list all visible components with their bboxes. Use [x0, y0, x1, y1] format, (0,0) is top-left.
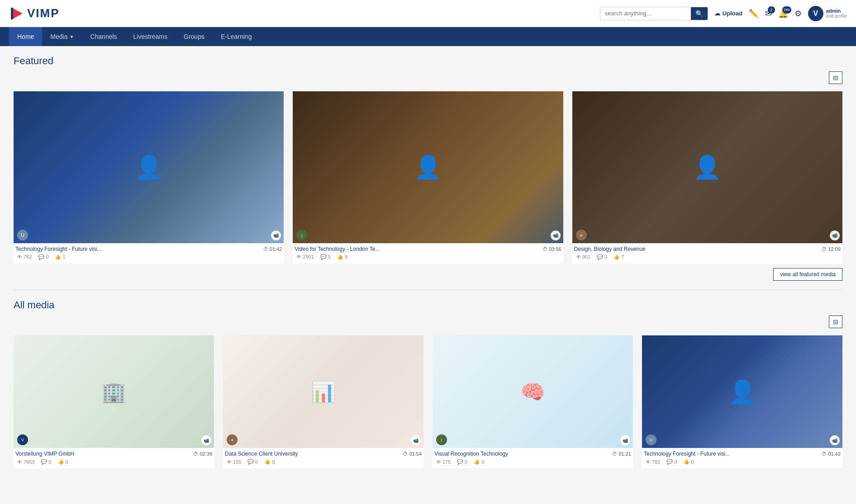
upload-icon: ☁ — [714, 10, 720, 17]
all-media-card-stats-1: 👁 155 💬 0 👍 0 — [225, 457, 422, 467]
likes-stat: 👍 9 — [337, 254, 347, 260]
featured-card-0[interactable]: 👤 U 📹 Technology Foresight - Future visi… — [14, 91, 284, 264]
nav-elearning[interactable]: E-Learning — [213, 27, 260, 46]
thumb-avatar-all-1: a — [227, 434, 238, 445]
likes-stat: 👍 0 — [58, 459, 68, 465]
thumb-image-2: 👤 — [572, 91, 842, 243]
featured-card-1[interactable]: 👤 j 📹 Video for Technology - London Te..… — [293, 91, 563, 264]
likes-stat: 👍 0 — [683, 459, 694, 465]
comments-stat: 💬 0 — [666, 459, 677, 465]
featured-card-2[interactable]: 👤 a 📹 Design, Biology and Revenue ⏱ 12:0… — [572, 91, 842, 264]
nav-media-label: Media — [50, 33, 67, 40]
nav-channels-label: Channels — [90, 33, 117, 40]
thumb-avatar-2: a — [576, 230, 587, 240]
all-media-card-title-0: Vorstellung VIMP GmbH ⏱ 02:38 — [15, 451, 212, 457]
featured-card-stats-1: 👁 2901 💬 5 👍 9 — [295, 252, 561, 263]
comments-stat: 💬 0 — [38, 254, 48, 260]
featured-filter-button[interactable]: ⊟ — [829, 71, 842, 84]
featured-thumb-2: 👤 a 📹 — [572, 91, 842, 243]
all-media-title: All media — [14, 299, 842, 311]
nav-media[interactable]: Media ▼ — [42, 27, 82, 46]
comments-stat: 💬 3 — [597, 254, 607, 260]
search-input[interactable] — [600, 7, 691, 19]
all-media-card-0[interactable]: 🏢 V 📹 Vorstellung VIMP GmbH ⏱ 02:38 👁 76… — [14, 335, 214, 468]
all-media-card-title-3: Technology Foresight - Future visi... ⏱ … — [644, 451, 841, 457]
all-media-card-stats-3: 👁 782 💬 0 👍 0 — [644, 457, 841, 467]
all-media-thumb-3: 👤 U 📹 — [642, 335, 842, 448]
featured-thumb-1: 👤 j 📹 — [293, 91, 563, 243]
comments-stat: 💬 0 — [247, 459, 258, 465]
comments-stat: 💬 0 — [41, 459, 51, 465]
settings-icon-wrapper[interactable]: ⚙ — [794, 9, 802, 19]
featured-card-info-0: Technology Foresight - Future visi... ⏱ … — [14, 243, 284, 264]
thumb-avatar-all-0: V — [17, 434, 28, 445]
svg-marker-0 — [13, 8, 23, 19]
gear-icon: ⚙ — [794, 9, 802, 19]
all-media-card-title-1: Data Science Client University ⏱ 01:54 — [225, 451, 422, 457]
featured-thumb-0: 👤 U 📹 — [14, 91, 284, 243]
upload-label: Upload — [723, 10, 742, 17]
likes-stat: 👍 7 — [613, 254, 624, 260]
notifications-icon-wrapper[interactable]: 🔔 246 — [778, 9, 788, 19]
pencil-icon: ✏️ — [749, 9, 759, 19]
header-right: 🔍 ☁ Upload ✏️ ✉ 2 🔔 246 ⚙ V admin edit p… — [600, 6, 847, 21]
nav-groups-label: Groups — [184, 33, 204, 40]
all-media-grid: 🏢 V 📹 Vorstellung VIMP GmbH ⏱ 02:38 👁 76… — [14, 335, 842, 468]
thumb-image-all-2: 🧠 — [433, 335, 633, 448]
edit-profile-link[interactable]: edit profile — [826, 14, 847, 19]
all-media-filter-button[interactable]: ⊟ — [829, 316, 842, 328]
all-media-card-title-2: Visual Recognition Technology ⏱ 01:21 — [434, 451, 631, 457]
logo-icon — [9, 5, 25, 22]
all-media-card-stats-0: 👁 7663 💬 0 👍 0 — [15, 457, 212, 467]
nav-channels[interactable]: Channels — [82, 27, 125, 46]
avatar-info: admin edit profile — [826, 8, 847, 19]
search-button[interactable]: 🔍 — [691, 7, 708, 20]
featured-card-title-2: Design, Biology and Revenue ⏱ 12:09 — [574, 246, 841, 252]
messages-badge: 2 — [768, 6, 775, 14]
thumb-image-1: 👤 — [293, 91, 563, 243]
header: VIMP 🔍 ☁ Upload ✏️ ✉ 2 🔔 246 ⚙ V admin — [0, 0, 856, 27]
video-cam-icon-all-3: 📹 — [830, 435, 840, 445]
view-all-featured-button[interactable]: view all featured media — [773, 268, 842, 281]
nav-home[interactable]: Home — [9, 27, 42, 46]
thumb-avatar-all-2: j — [436, 434, 447, 445]
notifications-badge: 246 — [782, 6, 791, 14]
likes-stat: 👍 0 — [474, 459, 484, 465]
comments-stat: 💬 0 — [457, 459, 467, 465]
all-media-card-2[interactable]: 🧠 j 📹 Visual Recognition Technology ⏱ 01… — [433, 335, 633, 468]
nav-livestreams[interactable]: Livestreams — [125, 27, 176, 46]
all-media-card-stats-2: 👁 175 💬 0 👍 0 — [434, 457, 631, 467]
all-media-card-1[interactable]: 📊 a 📹 Data Science Client University ⏱ 0… — [223, 335, 423, 468]
views-stat: 👁 155 — [227, 459, 241, 465]
video-cam-icon-all-1: 📹 — [411, 435, 421, 445]
edit-icon[interactable]: ✏️ — [749, 9, 759, 19]
messages-icon-wrapper[interactable]: ✉ 2 — [765, 9, 772, 19]
all-media-section: All media ⊟ 🏢 V 📹 Vorstellung VIMP GmbH … — [14, 299, 842, 468]
all-media-card-info-3: Technology Foresight - Future visi... ⏱ … — [642, 448, 842, 468]
nav-groups[interactable]: Groups — [176, 27, 213, 46]
chevron-down-icon: ▼ — [70, 34, 74, 39]
all-media-thumb-2: 🧠 j 📹 — [433, 335, 633, 448]
featured-card-title-1: Video for Technology - London Te... ⏱ 03… — [295, 246, 561, 252]
views-stat: 👁 782 — [17, 254, 32, 260]
logo-text: VIMP — [27, 6, 60, 20]
likes-stat: 👍 1 — [55, 254, 65, 260]
featured-title: Featured — [14, 55, 842, 67]
views-stat: 👁 782 — [646, 459, 660, 465]
all-media-card-3[interactable]: 👤 U 📹 Technology Foresight - Future visi… — [642, 335, 842, 468]
logo[interactable]: VIMP — [9, 5, 60, 22]
section-divider — [14, 290, 842, 290]
comments-stat: 💬 5 — [320, 254, 331, 260]
upload-button[interactable]: ☁ Upload — [714, 10, 742, 17]
views-stat: 👁 7663 — [17, 459, 34, 465]
views-stat: 👁 901 — [576, 254, 590, 260]
featured-grid: 👤 U 📹 Technology Foresight - Future visi… — [14, 91, 842, 264]
all-media-card-info-2: Visual Recognition Technology ⏱ 01:21 👁 … — [433, 448, 633, 468]
featured-card-info-1: Video for Technology - London Te... ⏱ 03… — [293, 243, 563, 264]
main-content: Featured ⊟ 👤 U 📹 Technology Foresight - … — [0, 46, 856, 477]
featured-card-info-2: Design, Biology and Revenue ⏱ 12:09 👁 90… — [572, 243, 842, 264]
user-avatar-area[interactable]: V admin edit profile — [808, 6, 847, 21]
thumb-image-all-0: 🏢 — [14, 335, 214, 448]
thumb-image-all-1: 📊 — [223, 335, 423, 448]
likes-stat: 👍 0 — [264, 459, 275, 465]
